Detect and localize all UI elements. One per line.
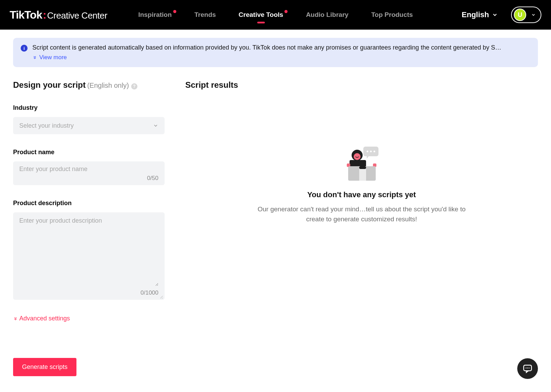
view-more-button[interactable]: View more [32,54,530,61]
svg-point-14 [526,368,527,369]
industry-select[interactable]: Select your industry [13,117,165,134]
nav-label: Audio Library [306,11,349,18]
logo-sub: Creative Center [47,10,107,21]
product-name-counter: 0/50 [19,175,158,182]
logo[interactable]: TikTok:Creative Center [10,9,107,21]
help-icon[interactable]: ? [131,83,137,89]
notification-dot-icon [173,10,176,13]
user-initial: U [518,11,522,19]
chevron-down-icon [492,12,498,18]
product-name-label: Product name [13,149,165,156]
chat-fab-button[interactable] [517,358,538,379]
chat-icon [522,363,533,374]
industry-placeholder: Select your industry [19,122,74,129]
nav-trends[interactable]: Trends [195,11,216,19]
nav-creative-tools[interactable]: Creative Tools [239,11,283,19]
design-subtitle: (English only) [87,82,129,89]
nav: Inspiration Trends Creative Tools Audio … [138,11,413,19]
industry-label: Industry [13,104,165,112]
nav-label: Trends [195,11,216,18]
nav-label: Inspiration [138,11,171,18]
chevron-down-icon [531,12,536,17]
chevron-down-icon [153,123,158,128]
avatar: U [514,9,526,21]
logo-colon: : [43,9,46,21]
results-panel: Script results [185,80,538,376]
product-name-input[interactable] [19,166,158,173]
info-banner: i Script content is generated automatica… [13,38,538,67]
banner-body: Script content is generated automaticall… [32,44,530,61]
info-icon: i [21,45,28,52]
empty-state: You don't have any scripts yet Our gener… [185,145,538,224]
view-more-label: View more [39,54,67,61]
language-selector[interactable]: English [462,10,498,19]
nav-inspiration[interactable]: Inspiration [138,11,171,19]
design-panel: Design your script (English only) ? Indu… [13,80,165,376]
product-desc-field-wrap: 0/1000 [13,212,165,300]
user-menu[interactable]: U [511,7,541,23]
svg-point-1 [367,151,368,152]
design-title: Design your script [13,80,86,89]
svg-point-16 [529,368,530,369]
empty-title: You don't have any scripts yet [307,190,416,199]
svg-point-15 [527,368,528,369]
empty-text: Our generator can't read your mind…tell … [255,204,468,224]
notification-dot-icon [284,10,288,13]
double-chevron-down-icon [32,55,37,60]
svg-point-3 [374,151,375,152]
advanced-settings-toggle[interactable]: Advanced settings [13,315,165,322]
header-right: English U [462,7,541,23]
generate-scripts-button[interactable]: Generate scripts [13,358,76,376]
results-title: Script results [185,80,538,90]
product-desc-counter: 0/1000 [19,289,158,296]
header: TikTok:Creative Center Inspiration Trend… [0,0,551,30]
svg-rect-12 [359,166,366,169]
svg-point-2 [370,151,372,152]
product-name-field-wrap: 0/50 [13,161,165,185]
nav-audio-library[interactable]: Audio Library [306,11,349,19]
advanced-settings-label: Advanced settings [19,315,70,322]
resize-handle-icon[interactable] [159,294,163,298]
logo-main: TikTok [10,9,42,21]
nav-label: Creative Tools [239,11,283,18]
design-heading: Design your script (English only) ? [13,80,165,90]
double-chevron-down-icon [13,316,18,321]
product-desc-label: Product description [13,200,165,207]
nav-label: Top Products [371,11,413,18]
language-label: English [462,10,489,19]
svg-point-6 [354,153,361,160]
empty-illustration-icon [343,145,381,183]
banner-text: Script content is generated automaticall… [32,44,530,51]
nav-top-products[interactable]: Top Products [371,11,413,19]
product-desc-textarea[interactable] [19,217,158,286]
